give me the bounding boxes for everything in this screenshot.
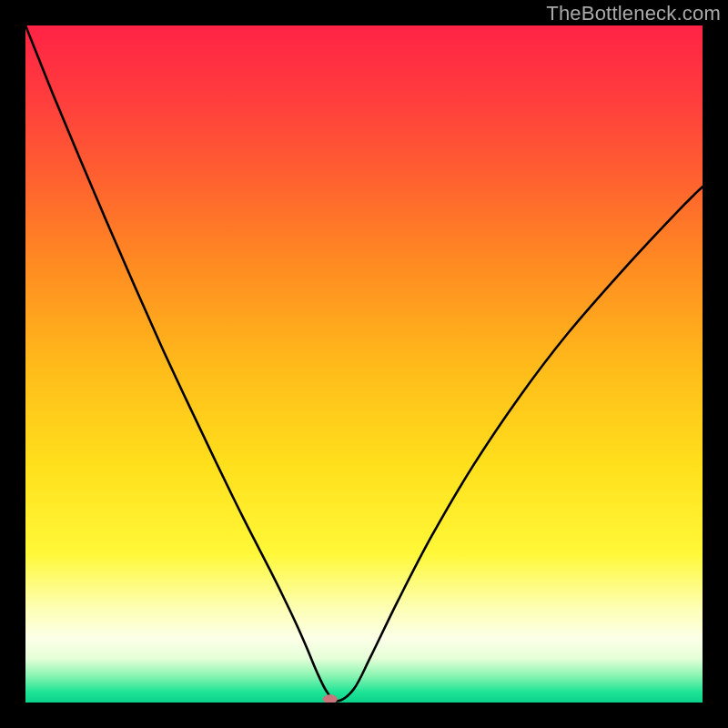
plot-area [25,25,703,703]
gradient-background [25,25,703,703]
chart-frame: TheBottleneck.com [0,0,728,728]
watermark-text: TheBottleneck.com [546,2,721,25]
chart-svg [25,25,703,703]
